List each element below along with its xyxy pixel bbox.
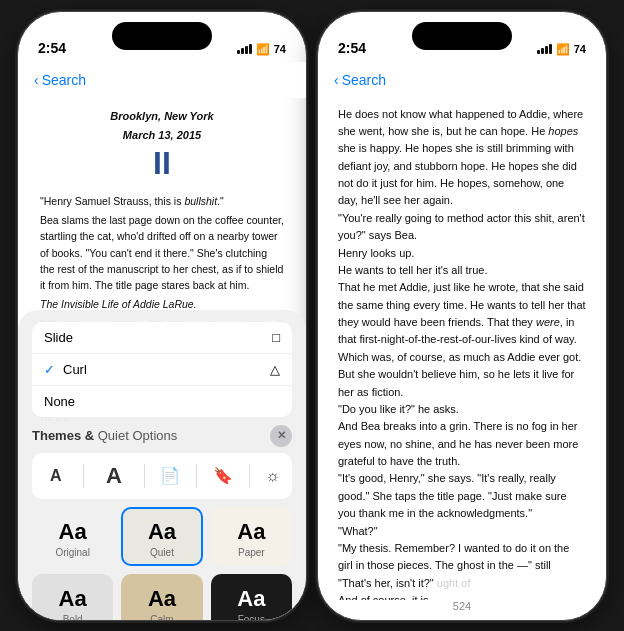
back-button-right[interactable]: ‹ Search [334,72,386,88]
right-para-8: And Bea breaks into a grin. There is no … [338,418,586,470]
none-option[interactable]: None [32,386,292,417]
time-right: 2:54 [338,40,366,56]
battery-left: 74 [274,43,286,55]
back-label-left: Search [42,72,86,88]
check-icon: ✓ [44,362,55,377]
date-text: March 13, 2015 [40,127,284,144]
book-content-right: He does not know what happened to Addie,… [318,98,606,600]
theme-quiet[interactable]: Aa Quiet [121,507,202,566]
curl-label: Curl [63,362,87,377]
status-icons-right: 📶 74 [537,43,586,56]
theme-focus-label: Focus [238,614,265,620]
theme-focus[interactable]: Aa Focus [211,574,292,620]
font-controls: A A 📄 🔖 ☼ [32,453,292,499]
signal-icon-right [537,44,552,54]
right-para-7: "Do you like it?" he asks. [338,401,586,418]
right-phone: 2:54 📶 74 ‹ Search [317,11,607,621]
dynamic-island [112,22,212,50]
nav-bar-right: ‹ Search [318,62,606,98]
font-increase-button[interactable]: A [100,461,128,491]
theme-quiet-aa: Aa [148,519,176,545]
chevron-left-icon: ‹ [34,72,39,88]
curl-icon: △ [270,362,280,377]
right-para-10: "What?" [338,523,586,540]
brightness-icon[interactable]: ☼ [265,467,280,485]
reading-options-panel: Slide □ ✓ Curl △ None Themes & Quiet Opt… [18,310,306,620]
separator4 [249,464,250,488]
right-para-5: That he met Addie, just like he wrote, t… [338,279,586,366]
theme-calm-aa: Aa [148,586,176,612]
separator [83,464,84,488]
dynamic-island-right [412,22,512,50]
right-para-2: "You're really going to method actor thi… [338,210,586,245]
font-style-button[interactable]: 📄 [160,466,180,485]
transition-options-list: Slide □ ✓ Curl △ None [32,322,292,417]
font-decrease-button[interactable]: A [44,465,68,487]
themes-label: Themes & Quiet Options [32,428,177,443]
right-screen: 2:54 📶 74 ‹ Search [318,12,606,620]
theme-quiet-label: Quiet [150,547,174,558]
battery-right: 74 [574,43,586,55]
chapter-header: Brooklyn, New York March 13, 2015 II [40,108,284,181]
right-para-11: "My thesis. Remember? I wanted to do it … [338,540,586,592]
left-phone: 2:54 📶 74 ‹ Search [17,11,307,621]
none-label: None [44,394,75,409]
slide-icon: □ [272,330,280,345]
right-para-4: He wants to tell her it's all true. [338,262,586,279]
theme-grid: Aa Original Aa Quiet Aa Paper Aa Bold [32,507,292,620]
nav-bar-left: ‹ Search [18,62,306,98]
theme-paper-label: Paper [238,547,265,558]
bookmark-icon: 🔖 [213,466,233,485]
location-text: Brooklyn, New York [40,108,284,125]
curl-option[interactable]: ✓ Curl △ [32,354,292,386]
left-screen: 2:54 📶 74 ‹ Search [18,12,306,620]
chevron-left-icon-right: ‹ [334,72,339,88]
back-button-left[interactable]: ‹ Search [34,72,86,88]
theme-original[interactable]: Aa Original [32,507,113,566]
right-para-9: "It's good, Henry," she says. "It's real… [338,470,586,522]
wifi-icon-right: 📶 [556,43,570,56]
wifi-icon: 📶 [256,43,270,56]
right-para-3: Henry looks up. [338,245,586,262]
theme-bold-aa: Aa [59,586,87,612]
theme-calm[interactable]: Aa Calm [121,574,202,620]
chapter-number: II [40,146,284,181]
time-left: 2:54 [38,40,66,56]
theme-bold[interactable]: Aa Bold [32,574,113,620]
page-number: 524 [453,600,471,612]
back-label-right: Search [342,72,386,88]
slide-label: Slide [44,330,73,345]
separator3 [196,464,197,488]
theme-paper[interactable]: Aa Paper [211,507,292,566]
theme-calm-label: Calm [150,614,173,620]
theme-focus-aa: Aa [237,586,265,612]
status-icons-left: 📶 74 [237,43,286,56]
signal-icon [237,44,252,54]
theme-original-aa: Aa [59,519,87,545]
right-para-1: He does not know what happened to Addie,… [338,106,586,210]
theme-paper-aa: Aa [237,519,265,545]
close-panel-button[interactable]: ✕ [270,425,292,447]
slide-option[interactable]: Slide □ [32,322,292,354]
theme-original-label: Original [55,547,89,558]
separator2 [144,464,145,488]
book-para-2: Bea slams the last page down on the coff… [40,212,284,293]
themes-header: Themes & Quiet Options ✕ [32,425,292,447]
right-para-12: And of course, it is. [338,592,586,600]
book-para-1: "Henry Samuel Strauss, this is bullshit.… [40,193,284,209]
right-para-6: But she wouldn't believe him, so he lets… [338,366,586,401]
theme-bold-label: Bold [63,614,83,620]
